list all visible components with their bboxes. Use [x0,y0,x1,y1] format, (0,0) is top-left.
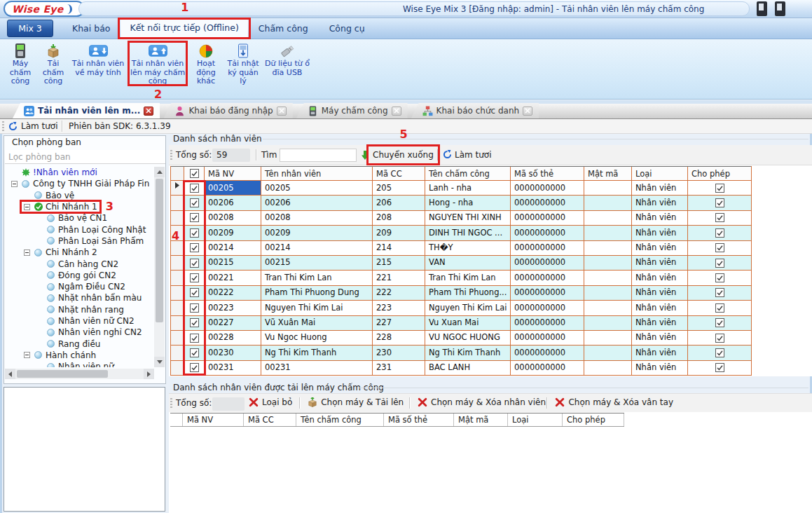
row-checkbox-cell[interactable] [184,286,205,300]
column-header-ma-so-the[interactable]: Mã số thẻ [511,167,584,180]
table-cell[interactable]: 0000000000 [511,181,584,195]
table-cell[interactable]: Tran Thi Kim Lan [261,271,373,285]
menu-item-mix-3[interactable]: Mix 3 [7,20,53,37]
table-cell[interactable]: 00223 [205,301,261,315]
table-row[interactable]: 0021400214214TH�Y0000000000Nhân viên [171,241,751,256]
action-loai-bo[interactable]: Loại bỏ [249,397,292,407]
table-cell[interactable]: Nguyen Thi Kim Lai [425,301,511,315]
table-row[interactable]: 00228Vu Ngoc Huong228VU NGOC HUONG000000… [171,331,751,346]
table-row[interactable]: 0020600206206Hong - nha0000000000Nhân vi… [171,196,751,210]
tab-may-cham-cong[interactable]: Máy chấm công [296,103,408,118]
row-checkbox[interactable] [190,363,199,372]
table-cell[interactable]: 00214 [205,241,261,255]
allowed-cell[interactable] [688,181,751,195]
table-cell[interactable]: 0000000000 [511,226,584,240]
allowed-checkbox[interactable] [715,259,724,268]
table-cell[interactable] [584,286,632,300]
allowed-cell[interactable] [688,271,751,285]
table-cell[interactable]: Nhân viên [632,256,688,270]
table-cell[interactable]: 0000000000 [511,196,584,210]
row-checkbox[interactable] [190,259,199,268]
column-header-loai[interactable]: Loại [508,413,563,426]
table-cell[interactable]: Tran Thi Kim Lan [425,271,511,285]
allowed-checkbox[interactable] [715,213,724,222]
column-header-ma-cc[interactable]: Mã CC [373,167,425,180]
tree-item-hanh-chanh[interactable]: Hành chánh [6,350,154,361]
table-cell[interactable]: VU NGOC HUONG [425,331,511,345]
table-cell[interactable]: Vu Ngoc Huong [261,331,373,345]
ribbon-button-may-cham-cong[interactable]: Máy chấm công [4,41,36,86]
column-header-loai[interactable]: Loại [632,167,688,180]
table-cell[interactable]: 208 [373,211,425,225]
tree-item-cong-ty-tnhh-giai-phap-fin[interactable]: Công ty TNHH Giải Pháp Fin [6,178,154,189]
table-cell[interactable] [584,226,632,240]
toolbar-grip[interactable] [170,150,172,160]
allowed-cell[interactable] [688,286,751,300]
table-cell[interactable] [584,181,632,195]
table-cell[interactable]: 0000000000 [511,286,584,300]
allowed-cell[interactable] [688,301,751,315]
department-filter-input[interactable] [5,150,165,164]
table-cell[interactable] [584,241,632,255]
refresh-icon[interactable] [443,150,452,159]
tree-item-bao-ve[interactable]: Bảo vệ [6,190,154,201]
allowed-checkbox[interactable] [715,363,724,372]
table-cell[interactable]: Ng Thi Kim Thanh [261,346,373,360]
table-cell[interactable]: Vũ Xuân Mai [261,316,373,330]
close-icon[interactable] [392,107,401,116]
row-selector[interactable] [171,226,184,240]
table-cell[interactable]: 00206 [205,196,261,210]
table-row[interactable]: 0021500215215VAN0000000000Nhân viên [171,256,751,271]
row-checkbox[interactable] [190,213,199,222]
table-cell[interactable]: Nhân viên [632,211,688,225]
row-checkbox[interactable] [190,228,199,238]
row-selector[interactable] [171,196,184,210]
ribbon-button-tai-nhan-vien-len-may-cham-cong[interactable]: Tải nhân viên lên máy chấm công [128,41,187,86]
row-checkbox[interactable] [190,198,199,207]
table-cell[interactable] [584,271,632,285]
table-row[interactable]: 00221Tran Thi Kim Lan221Tran Thi Kim Lan… [171,271,751,285]
table-cell[interactable]: Nhân viên [632,271,688,285]
table-cell[interactable]: Nhân viên [632,316,688,330]
table-row[interactable]: 00230Ng Thi Kim Thanh230Ng Thi Kim Thanh… [171,346,751,360]
tree-item-chi-nhanh-2[interactable]: Chi Nhánh 2 [6,247,154,258]
tree-item-nhan-vien-nghi-cn2[interactable]: Nhân viên nghỉ CN2 [6,327,154,338]
table-cell[interactable]: 0000000000 [511,271,584,285]
row-checkbox-cell[interactable] [184,346,205,360]
column-header-ma-nv[interactable]: Mã NV [183,413,244,426]
table-cell[interactable] [584,331,632,345]
table-cell[interactable]: 00222 [205,286,261,300]
table-row[interactable]: 0020800208208NGUYEN THI XINH0000000000Nh… [171,211,751,226]
row-checkbox-cell[interactable] [184,256,205,270]
tree-expander-icon[interactable] [24,249,30,256]
table-cell[interactable]: Nhân viên [632,241,688,255]
allowed-checkbox[interactable] [715,348,724,357]
tree-item-nhan-vien-nu[interactable]: Nhân viên nữ [6,361,154,367]
row-selector[interactable] [171,346,184,360]
action-chon-may-tai-len[interactable]: Chọn máy & Tải lên [308,397,404,407]
table-cell[interactable]: Ng Thi Kim Thanh [425,346,511,360]
tree-item-phan-loai-cong-nhat[interactable]: Phân Loại Công Nhật [6,224,154,235]
table-cell[interactable]: 00221 [205,271,261,285]
table-cell[interactable]: 228 [373,331,425,345]
tree-expander-icon[interactable] [24,352,30,358]
tree-expander-icon[interactable] [24,204,30,210]
table-cell[interactable]: 0000000000 [511,316,584,330]
table-cell[interactable]: Lanh - nha [425,181,511,195]
row-checkbox[interactable] [190,243,199,252]
table-cell[interactable]: 222 [373,286,425,300]
scrollbar-thumb[interactable] [156,179,163,322]
table-cell[interactable]: 0000000000 [511,346,584,360]
table-row[interactable]: 0023100231231BAC LANH0000000000Nhân viên [171,361,751,376]
table-cell[interactable]: 230 [373,346,425,360]
ribbon-button-tai-nhan-vien-ve-may-tinh[interactable]: Tải nhân viên về máy tính [70,41,126,77]
row-checkbox-cell[interactable] [184,211,205,225]
table-row[interactable]: 0020500205205Lanh - nha0000000000Nhân vi… [171,181,751,196]
table-cell[interactable]: VAN [425,256,511,270]
tree-item-nhat-nhan-rang[interactable]: Nhặt nhân rang [6,304,154,315]
tree-item-nhat-nhan-ban-mau[interactable]: Nhặt nhân bẩn màu [6,292,154,303]
row-checkbox-cell[interactable] [184,196,205,210]
table-cell[interactable]: 0000000000 [511,211,584,225]
row-selector[interactable] [171,331,184,345]
table-cell[interactable]: 00208 [205,211,261,225]
